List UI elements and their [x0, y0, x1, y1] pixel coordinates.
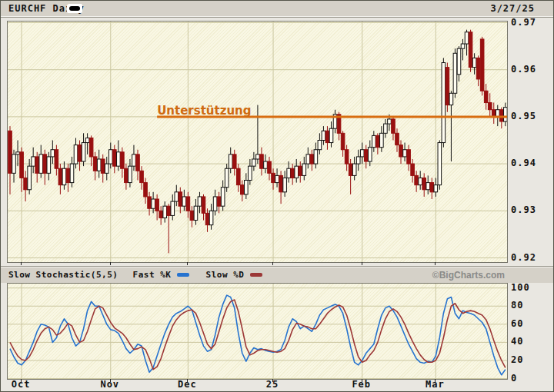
candle-up	[209, 211, 213, 224]
candle-up	[117, 152, 121, 166]
candle-up	[295, 166, 299, 178]
candle-up	[175, 192, 179, 201]
candle-up	[461, 44, 465, 48]
stoch-axis-label: 40	[511, 336, 523, 347]
candle-up	[39, 154, 43, 173]
candle-down	[140, 171, 144, 182]
candle-down	[484, 91, 488, 102]
candle-down	[411, 164, 415, 175]
support-annotation: Unterstützung	[157, 104, 251, 118]
candle-up	[403, 150, 407, 157]
candle-down	[480, 39, 484, 91]
candle-down	[325, 131, 329, 142]
candle-down	[364, 150, 368, 161]
candle-up	[47, 157, 51, 173]
axis-tick	[187, 379, 188, 382]
chart-date: 3/27/25	[490, 3, 535, 14]
candle-down	[24, 178, 28, 189]
candle-down	[422, 178, 426, 189]
candle-up	[194, 206, 198, 220]
candle-up	[380, 133, 384, 147]
candle-down	[395, 133, 399, 145]
title-bar: EURCHF Daily 3/27/25	[1, 1, 553, 17]
candle-down	[500, 110, 504, 121]
candle-down	[155, 199, 159, 211]
candle-up	[352, 164, 356, 175]
candle-up	[249, 166, 252, 180]
candle-down	[349, 164, 352, 175]
slow-d-label: Slow %D	[206, 270, 245, 280]
candle-down	[310, 154, 314, 164]
price-axis-label: 0.97	[511, 17, 536, 28]
candle-up	[229, 154, 232, 168]
candle-up	[152, 199, 155, 208]
candle-up	[82, 143, 85, 161]
candle-down	[125, 168, 128, 182]
axis-tick	[362, 262, 362, 265]
candle-down	[236, 168, 240, 184]
axis-tick	[187, 262, 188, 265]
candle-up	[105, 164, 108, 173]
candle-up	[287, 168, 291, 178]
stoch-axis-label: 20	[511, 354, 523, 365]
candle-down	[186, 197, 190, 211]
candle-down	[488, 103, 492, 110]
candle-up	[256, 154, 260, 159]
candle-up	[360, 150, 364, 157]
candle-down	[202, 197, 205, 213]
candle-down	[232, 154, 236, 168]
stoch-axis-label: 80	[511, 300, 523, 311]
candle-down	[8, 131, 12, 173]
candle-down	[279, 175, 283, 191]
candle-up	[314, 150, 318, 164]
candle-down	[148, 197, 152, 208]
candle-up	[182, 197, 186, 206]
axis-tick	[272, 379, 273, 382]
candle-down	[136, 154, 140, 171]
candle-up	[318, 141, 322, 150]
candle-down	[205, 213, 209, 224]
fast-k-swatch-icon	[177, 273, 189, 277]
chart-window: EURCHF Daily 3/27/25 Unterstützung Slow …	[0, 0, 554, 392]
candle-up	[457, 48, 461, 75]
candle-up	[128, 166, 132, 182]
candle-down	[35, 157, 39, 173]
candle-down	[291, 168, 295, 178]
candle-up	[252, 159, 256, 166]
candle-down	[190, 211, 194, 220]
candlestick-style-icon	[67, 4, 82, 13]
price-axis-label: 0.96	[511, 64, 536, 75]
fast-k-label: Fast %K	[133, 270, 172, 280]
candle-up	[438, 143, 442, 185]
price-axis-label: 0.93	[511, 204, 536, 215]
candle-up	[16, 152, 20, 154]
candle-down	[20, 152, 24, 178]
axis-tick	[435, 262, 436, 265]
candle-down	[345, 150, 349, 164]
candle-up	[368, 148, 372, 161]
stochastic-legend: Slow Stochastic(5,5) Fast %K Slow %D	[8, 270, 264, 280]
slow-d-swatch-icon	[250, 273, 262, 277]
price-axis-label: 0.92	[511, 252, 536, 263]
stochastic-title: Slow Stochastic(5,5)	[8, 270, 118, 280]
stoch-axis-label: 0	[511, 373, 517, 384]
candle-down	[430, 183, 434, 192]
candle-up	[97, 159, 101, 171]
candle-up	[275, 175, 279, 182]
candle-down	[113, 150, 117, 166]
candle-down	[217, 197, 221, 206]
candle-up	[384, 124, 388, 133]
candle-down	[93, 157, 97, 171]
candle-up	[28, 166, 32, 190]
candle-up	[465, 32, 469, 44]
candle-down	[268, 161, 272, 173]
candle-up	[449, 93, 453, 105]
stoch-line-d	[10, 300, 506, 370]
candle-down	[144, 183, 148, 197]
candle-up	[426, 183, 430, 190]
candle-up	[62, 168, 66, 184]
stoch-axis-label: 100	[511, 282, 530, 293]
axis-tick	[362, 379, 362, 382]
candle-down	[159, 211, 163, 218]
axis-tick	[435, 379, 436, 382]
